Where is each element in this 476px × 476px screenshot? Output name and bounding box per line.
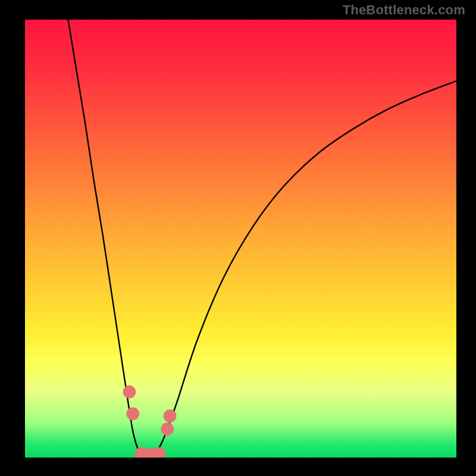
blob-left-1 bbox=[123, 386, 136, 399]
blob-bottom-3 bbox=[152, 447, 165, 458]
chart-background bbox=[25, 20, 456, 458]
blob-bottom-2 bbox=[143, 448, 157, 458]
chart-svg bbox=[25, 20, 456, 458]
series-group bbox=[68, 20, 457, 455]
attribution-label: TheBottleneck.com bbox=[343, 2, 465, 18]
blob-bottom-1 bbox=[134, 447, 148, 458]
plot-area bbox=[25, 20, 456, 458]
blob-right-2 bbox=[164, 409, 177, 422]
marker-group bbox=[123, 386, 177, 458]
series-curve-right bbox=[155, 81, 457, 455]
chart-frame: TheBottleneck.com bbox=[0, 0, 476, 476]
series-curve-left bbox=[68, 20, 142, 455]
blob-right-1 bbox=[161, 422, 174, 436]
blob-left-2 bbox=[126, 408, 139, 421]
